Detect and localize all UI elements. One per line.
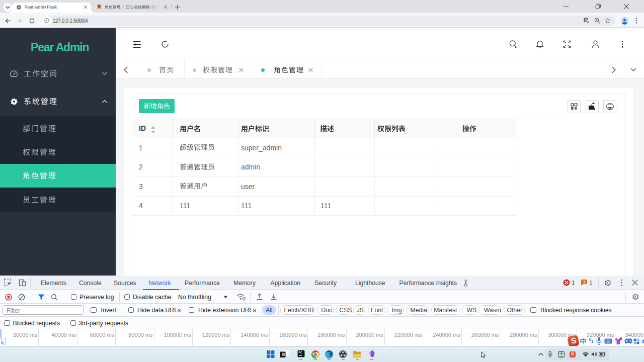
svg-text:PC: PC — [299, 351, 302, 354]
